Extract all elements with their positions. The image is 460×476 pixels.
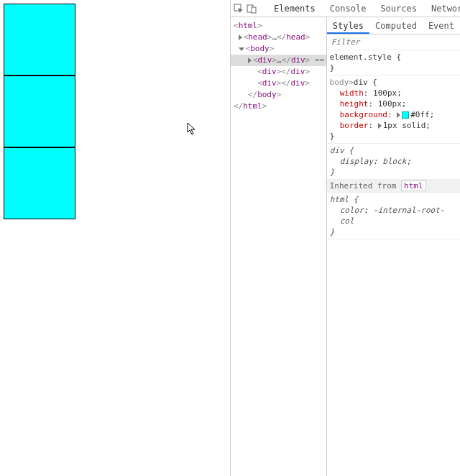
expand-icon[interactable]	[248, 58, 252, 63]
device-toolbar-icon[interactable]	[247, 2, 257, 15]
css-rule-element-style[interactable]: element.style { }	[327, 50, 460, 75]
dom-node-div[interactable]: <div></div>	[231, 78, 326, 89]
tab-computed[interactable]: Computed	[369, 17, 423, 34]
inherited-from-tag[interactable]: html	[401, 180, 426, 191]
dom-node-html-close[interactable]: </html>	[231, 101, 326, 112]
expand-icon[interactable]	[239, 35, 242, 40]
tab-event-listeners[interactable]: Event List	[423, 17, 460, 34]
css-rule-body-div[interactable]: body>div { width: 100px; height: 100px; …	[327, 75, 460, 144]
rendered-div-box[interactable]	[4, 147, 75, 219]
dom-node-div[interactable]: <div></div>	[231, 66, 326, 78]
styles-panel: Styles Computed Event List element.style…	[327, 17, 460, 476]
styles-filter-input[interactable]	[327, 37, 460, 47]
color-swatch[interactable]	[402, 111, 409, 119]
tab-elements[interactable]: Elements	[268, 0, 321, 17]
devtools-panel: Elements Console Sources Network <html> …	[230, 0, 460, 476]
inspect-element-icon[interactable]	[234, 2, 244, 15]
dom-node-body-close[interactable]: </body>	[231, 89, 326, 101]
expand-shorthand-icon[interactable]	[378, 123, 382, 129]
dom-node-head[interactable]: <head>…</head>	[231, 32, 326, 43]
css-rule-html-ua[interactable]: html { color: -internal-root-col }	[327, 193, 460, 239]
mouse-cursor-icon	[187, 122, 197, 135]
dom-node-html[interactable]: <html>	[231, 20, 326, 32]
tab-sources[interactable]: Sources	[374, 0, 423, 17]
dom-node-body[interactable]: <body>	[231, 43, 326, 55]
rendered-page-viewport[interactable]	[0, 0, 230, 476]
inherited-from-bar: Inherited from html	[327, 180, 460, 193]
expand-shorthand-icon[interactable]	[397, 112, 400, 118]
tab-styles[interactable]: Styles	[327, 17, 369, 34]
styles-filter-row	[327, 35, 460, 50]
devtools-toolbar: Elements Console Sources Network	[231, 0, 460, 17]
dom-tree[interactable]: <html> <head>…</head> <body> <div>…</div…	[231, 17, 327, 476]
rendered-div-box[interactable]	[4, 4, 75, 75]
tab-console[interactable]: Console	[324, 0, 372, 17]
collapse-icon[interactable]	[239, 47, 244, 51]
css-rule-div-ua[interactable]: div { display: block; }	[327, 144, 460, 180]
styles-tabs: Styles Computed Event List	[327, 17, 460, 35]
dom-node-selected-div[interactable]: <div>…</div> == $	[231, 55, 326, 66]
rendered-div-box[interactable]	[4, 75, 75, 147]
svg-rect-2	[252, 7, 256, 13]
tab-network[interactable]: Network	[426, 0, 460, 17]
